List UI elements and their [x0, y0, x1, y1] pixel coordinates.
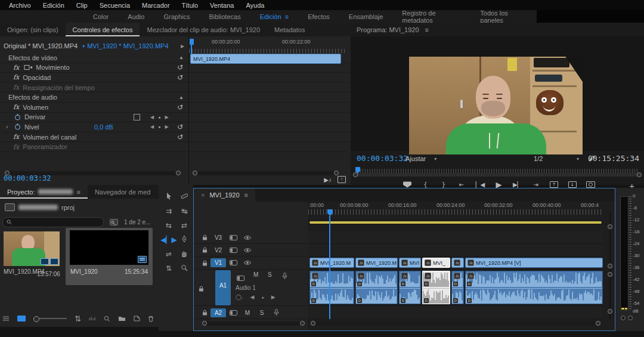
timeline-ruler[interactable]: :00:0000:00:08:0000:00:16:0000:00:24:000…: [308, 202, 603, 219]
clip-thumbnail[interactable]: [4, 231, 60, 266]
keyframe-toggle-icon[interactable]: ◯.: [236, 294, 243, 300]
effect-clip-bar[interactable]: MVI_1920.MP4: [190, 54, 341, 64]
scroll-handle[interactable]: [608, 309, 612, 314]
workspace-tab[interactable]: Graphics ≡: [154, 10, 199, 23]
pen-tool[interactable]: [181, 235, 187, 245]
level-value[interactable]: 0,0 dB: [94, 123, 113, 131]
sequence-tab[interactable]: × MVI_1920 ≡: [194, 188, 255, 202]
workspace-tab[interactable]: Edición ≡: [250, 10, 299, 23]
project-item-sequence[interactable]: MVI_1920 15:25:34: [66, 228, 153, 285]
track-target-a2[interactable]: A2: [210, 308, 226, 317]
zoom-tool[interactable]: [181, 264, 188, 273]
reset-icon[interactable]: ↺: [177, 124, 183, 130]
source-patch-icon[interactable]: [230, 248, 237, 253]
program-timecode[interactable]: 00:00:03:32: [357, 154, 408, 163]
effect-mini-ruler[interactable]: 00:00:20:0000:00:22:00: [189, 39, 347, 53]
track-target-v3[interactable]: V3: [210, 233, 226, 242]
lock-icon[interactable]: [202, 260, 208, 266]
find-button[interactable]: [104, 316, 110, 322]
audio-clip[interactable]: fx D D: [451, 271, 464, 304]
list-view-button[interactable]: [2, 316, 10, 321]
track-lane-v3[interactable]: [308, 231, 603, 244]
track-header-a2[interactable]: A2 M S: [194, 307, 307, 319]
timeline-hscrollbar[interactable]: [311, 321, 600, 326]
track-header-v3[interactable]: V3: [194, 231, 307, 244]
eye-icon[interactable]: [243, 235, 252, 240]
clip-selector-dropdown[interactable]: ▾ MVI_1920 * MVI_1920.MP4: [82, 42, 168, 50]
scroll-handle[interactable]: [608, 224, 612, 229]
playback-resolution-dropdown[interactable]: 1/2▾: [534, 155, 579, 162]
solo-button[interactable]: S: [255, 310, 269, 316]
audio-clip[interactable]: fx D D: [399, 271, 421, 304]
reset-icon[interactable]: ↺: [177, 134, 183, 140]
hamburger-icon[interactable]: ≡: [285, 13, 289, 20]
add-keyframe-icon[interactable]: ●: [158, 115, 160, 119]
eye-icon[interactable]: [243, 248, 252, 253]
prev-keyframe-icon[interactable]: ◀: [150, 115, 154, 120]
track-header-a1[interactable]: A1 M S Audio 1 ◯. ◀ ● ▶: [194, 270, 307, 306]
video-clip[interactable]: fx MVI_1920.MP4 [V]: [465, 258, 603, 268]
workspace-tab[interactable]: Todos los paneles ≡: [470, 10, 537, 23]
lift-button[interactable]: ↑: [550, 181, 558, 188]
source-patch-icon[interactable]: [230, 235, 237, 240]
reset-icon[interactable]: ↺: [177, 75, 183, 81]
track-target-a1[interactable]: A1: [215, 270, 231, 305]
collapse-icon[interactable]: ▲: [179, 95, 184, 100]
solo-button[interactable]: S: [268, 271, 272, 278]
selection-tool[interactable]: [166, 192, 172, 202]
slip-tool[interactable]: ⇄: [181, 221, 187, 230]
menu-item[interactable]: Ayuda: [240, 2, 270, 9]
fit-dropdown[interactable]: Ajustar▾: [405, 155, 436, 162]
hand-tool[interactable]: [181, 250, 188, 259]
go-to-in-button[interactable]: ⇤: [457, 180, 466, 188]
track-name-audio1[interactable]: Audio 1: [236, 285, 256, 291]
mute-button[interactable]: M: [240, 310, 255, 316]
track-lane-a2[interactable]: [308, 307, 603, 319]
scroll-handle[interactable]: [596, 321, 600, 326]
extract-button[interactable]: ↓: [568, 181, 577, 188]
new-bin-button[interactable]: [118, 316, 126, 321]
effect-timecode[interactable]: 00:00:03:32: [4, 174, 51, 183]
mark-out-button[interactable]: }: [439, 180, 448, 188]
new-item-button[interactable]: [134, 316, 140, 321]
menu-item[interactable]: Marcador: [137, 2, 175, 9]
slide-tool[interactable]: ⇌: [166, 250, 172, 258]
workspace-tab[interactable]: Efectos ≡: [298, 10, 339, 23]
expander-icon[interactable]: ›: [6, 123, 8, 130]
stopwatch-icon[interactable]: [14, 114, 21, 120]
bypass-checkbox[interactable]: [134, 114, 140, 120]
step-forward-button[interactable]: ▶▏: [513, 180, 522, 188]
timeline-vscrollbar[interactable]: [607, 212, 613, 319]
add-keyframe-icon[interactable]: ●: [158, 125, 160, 129]
lock-icon[interactable]: [199, 286, 204, 292]
track-lane-v1[interactable]: fx MVI_1920.M fx MVI_1920.M fx MVI fx MV…: [308, 256, 603, 270]
add-marker-button[interactable]: [403, 181, 411, 188]
ripple-edit-tool[interactable]: ↹: [181, 207, 187, 215]
panel-split-arrow-icon[interactable]: ▶: [181, 44, 184, 49]
thumbnail-zoom-slider[interactable]: [33, 318, 67, 319]
lock-icon[interactable]: [202, 234, 208, 240]
scroll-handle[interactable]: [202, 321, 207, 326]
go-to-out-button[interactable]: ⇥: [532, 180, 540, 188]
scroll-handle[interactable]: [300, 321, 305, 326]
video-clip[interactable]: fx MVI: [399, 258, 421, 268]
track-header-v2[interactable]: V2: [194, 244, 307, 256]
project-file-row[interactable]: rproj: [5, 203, 75, 211]
step-back-button[interactable]: ▏◀: [476, 180, 485, 188]
sort-icons-button[interactable]: ⇅: [75, 314, 81, 323]
scroll-handle[interactable]: [311, 321, 315, 326]
menu-item[interactable]: Ventana: [205, 2, 239, 9]
project-search-box[interactable]: [2, 217, 104, 227]
scroll-handle[interactable]: [176, 171, 181, 175]
in-out-filter-icon[interactable]: [110, 219, 118, 225]
workspace-tab[interactable]: Bibliotecas ≡: [199, 10, 250, 23]
scroll-handle[interactable]: [637, 172, 642, 177]
panel-tab[interactable]: Origen: (sin clips) ≡: [0, 23, 66, 36]
razor-tool[interactable]: [181, 193, 188, 202]
media-browser-tab[interactable]: Navegador de med: [88, 185, 158, 199]
play-button[interactable]: ▶: [495, 180, 503, 188]
hamburger-icon[interactable]: ≡: [425, 26, 429, 33]
menu-item[interactable]: Secuencia: [94, 2, 135, 9]
audio-clip[interactable]: fx D D: [422, 271, 450, 304]
reset-icon[interactable]: ↺: [177, 64, 183, 70]
